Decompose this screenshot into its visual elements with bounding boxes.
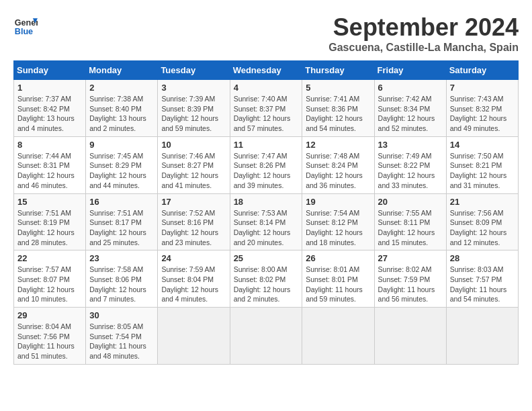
calendar-cell: 3Sunrise: 7:39 AM Sunset: 8:39 PM Daylig… bbox=[158, 80, 230, 137]
day-info: Sunrise: 7:43 AM Sunset: 8:32 PM Dayligh… bbox=[450, 94, 515, 134]
calendar-cell: 19Sunrise: 7:54 AM Sunset: 8:12 PM Dayli… bbox=[302, 193, 374, 250]
calendar-week-2: 8Sunrise: 7:44 AM Sunset: 8:31 PM Daylig… bbox=[14, 136, 519, 193]
day-info: Sunrise: 8:03 AM Sunset: 7:57 PM Dayligh… bbox=[450, 265, 515, 304]
calendar-cell bbox=[374, 308, 446, 365]
calendar-cell: 2Sunrise: 7:38 AM Sunset: 8:40 PM Daylig… bbox=[86, 80, 158, 137]
header-day-friday: Friday bbox=[374, 61, 446, 80]
day-number: 13 bbox=[378, 140, 443, 150]
day-info: Sunrise: 7:58 AM Sunset: 8:06 PM Dayligh… bbox=[89, 265, 154, 304]
calendar-cell: 20Sunrise: 7:55 AM Sunset: 8:11 PM Dayli… bbox=[374, 193, 446, 250]
calendar-cell: 15Sunrise: 7:51 AM Sunset: 8:19 PM Dayli… bbox=[14, 193, 86, 250]
day-info: Sunrise: 7:42 AM Sunset: 8:34 PM Dayligh… bbox=[378, 94, 443, 134]
svg-text:Blue: Blue bbox=[15, 27, 33, 36]
calendar-cell bbox=[158, 308, 230, 365]
header: General Blue September 2024 Gascuena, Ca… bbox=[13, 13, 519, 54]
day-number: 7 bbox=[450, 83, 515, 93]
header-day-tuesday: Tuesday bbox=[158, 61, 230, 80]
day-number: 29 bbox=[17, 310, 82, 320]
day-info: Sunrise: 7:54 AM Sunset: 8:12 PM Dayligh… bbox=[306, 208, 370, 248]
day-number: 11 bbox=[234, 140, 299, 150]
calendar-cell: 18Sunrise: 7:53 AM Sunset: 8:14 PM Dayli… bbox=[230, 193, 302, 250]
day-number: 2 bbox=[89, 83, 154, 93]
calendar-cell: 16Sunrise: 7:51 AM Sunset: 8:17 PM Dayli… bbox=[86, 193, 158, 250]
calendar-cell: 26Sunrise: 8:01 AM Sunset: 8:01 PM Dayli… bbox=[302, 250, 374, 308]
day-info: Sunrise: 7:56 AM Sunset: 8:09 PM Dayligh… bbox=[450, 208, 515, 248]
calendar-cell: 6Sunrise: 7:42 AM Sunset: 8:34 PM Daylig… bbox=[374, 80, 446, 137]
calendar-header-row: SundayMondayTuesdayWednesdayThursdayFrid… bbox=[14, 61, 519, 80]
header-day-saturday: Saturday bbox=[446, 61, 518, 80]
day-info: Sunrise: 7:45 AM Sunset: 8:29 PM Dayligh… bbox=[89, 151, 154, 191]
calendar-cell: 28Sunrise: 8:03 AM Sunset: 7:57 PM Dayli… bbox=[446, 250, 518, 308]
day-number: 27 bbox=[378, 253, 443, 263]
day-number: 3 bbox=[161, 83, 226, 93]
calendar-cell: 7Sunrise: 7:43 AM Sunset: 8:32 PM Daylig… bbox=[446, 80, 518, 137]
calendar-cell: 17Sunrise: 7:52 AM Sunset: 8:16 PM Dayli… bbox=[158, 193, 230, 250]
day-info: Sunrise: 7:46 AM Sunset: 8:27 PM Dayligh… bbox=[161, 151, 226, 191]
day-number: 18 bbox=[234, 197, 299, 207]
calendar-cell: 22Sunrise: 7:57 AM Sunset: 8:07 PM Dayli… bbox=[14, 250, 86, 308]
day-info: Sunrise: 7:44 AM Sunset: 8:31 PM Dayligh… bbox=[17, 151, 82, 191]
day-number: 22 bbox=[17, 253, 82, 263]
calendar-table: SundayMondayTuesdayWednesdayThursdayFrid… bbox=[13, 60, 519, 365]
day-number: 16 bbox=[89, 197, 154, 207]
calendar-cell: 14Sunrise: 7:50 AM Sunset: 8:21 PM Dayli… bbox=[446, 136, 518, 193]
day-number: 9 bbox=[89, 140, 154, 150]
day-number: 15 bbox=[17, 197, 82, 207]
day-number: 19 bbox=[306, 197, 370, 207]
day-number: 30 bbox=[89, 310, 154, 320]
calendar-week-3: 15Sunrise: 7:51 AM Sunset: 8:19 PM Dayli… bbox=[14, 193, 519, 250]
day-info: Sunrise: 7:38 AM Sunset: 8:40 PM Dayligh… bbox=[89, 94, 154, 134]
calendar-cell: 25Sunrise: 8:00 AM Sunset: 8:02 PM Dayli… bbox=[230, 250, 302, 308]
day-info: Sunrise: 7:51 AM Sunset: 8:17 PM Dayligh… bbox=[89, 208, 154, 248]
header-day-thursday: Thursday bbox=[302, 61, 374, 80]
calendar-cell bbox=[446, 308, 518, 365]
day-number: 24 bbox=[161, 253, 226, 263]
location-subtitle: Gascuena, Castille-La Mancha, Spain bbox=[328, 42, 519, 54]
calendar-week-1: 1Sunrise: 7:37 AM Sunset: 8:42 PM Daylig… bbox=[14, 80, 519, 137]
calendar-cell: 12Sunrise: 7:48 AM Sunset: 8:24 PM Dayli… bbox=[302, 136, 374, 193]
day-info: Sunrise: 7:39 AM Sunset: 8:39 PM Dayligh… bbox=[161, 94, 226, 134]
calendar-cell: 30Sunrise: 8:05 AM Sunset: 7:54 PM Dayli… bbox=[86, 308, 158, 365]
day-number: 25 bbox=[234, 253, 299, 263]
calendar-cell: 9Sunrise: 7:45 AM Sunset: 8:29 PM Daylig… bbox=[86, 136, 158, 193]
day-info: Sunrise: 7:41 AM Sunset: 8:36 PM Dayligh… bbox=[306, 94, 370, 134]
calendar-week-4: 22Sunrise: 7:57 AM Sunset: 8:07 PM Dayli… bbox=[14, 250, 519, 308]
title-section: September 2024 Gascuena, Castille-La Man… bbox=[328, 13, 519, 54]
day-number: 21 bbox=[450, 197, 515, 207]
day-number: 10 bbox=[161, 140, 226, 150]
day-info: Sunrise: 7:47 AM Sunset: 8:26 PM Dayligh… bbox=[234, 151, 299, 191]
month-year-title: September 2024 bbox=[328, 13, 519, 42]
calendar-cell: 27Sunrise: 8:02 AM Sunset: 7:59 PM Dayli… bbox=[374, 250, 446, 308]
day-info: Sunrise: 7:55 AM Sunset: 8:11 PM Dayligh… bbox=[378, 208, 443, 248]
day-number: 5 bbox=[306, 83, 370, 93]
calendar-cell: 23Sunrise: 7:58 AM Sunset: 8:06 PM Dayli… bbox=[86, 250, 158, 308]
day-number: 4 bbox=[234, 83, 299, 93]
logo: General Blue bbox=[13, 13, 38, 38]
day-info: Sunrise: 8:00 AM Sunset: 8:02 PM Dayligh… bbox=[234, 265, 299, 304]
day-info: Sunrise: 7:59 AM Sunset: 8:04 PM Dayligh… bbox=[161, 265, 226, 304]
day-info: Sunrise: 7:57 AM Sunset: 8:07 PM Dayligh… bbox=[17, 265, 82, 304]
calendar-cell: 5Sunrise: 7:41 AM Sunset: 8:36 PM Daylig… bbox=[302, 80, 374, 137]
day-info: Sunrise: 8:05 AM Sunset: 7:54 PM Dayligh… bbox=[89, 322, 154, 361]
calendar-cell: 1Sunrise: 7:37 AM Sunset: 8:42 PM Daylig… bbox=[14, 80, 86, 137]
day-number: 26 bbox=[306, 253, 370, 263]
day-info: Sunrise: 8:01 AM Sunset: 8:01 PM Dayligh… bbox=[306, 265, 370, 304]
day-number: 8 bbox=[17, 140, 82, 150]
day-number: 20 bbox=[378, 197, 443, 207]
calendar-cell bbox=[302, 308, 374, 365]
calendar-cell: 4Sunrise: 7:40 AM Sunset: 8:37 PM Daylig… bbox=[230, 80, 302, 137]
day-info: Sunrise: 8:02 AM Sunset: 7:59 PM Dayligh… bbox=[378, 265, 443, 304]
day-info: Sunrise: 8:04 AM Sunset: 7:56 PM Dayligh… bbox=[17, 322, 82, 361]
header-day-sunday: Sunday bbox=[14, 61, 86, 80]
day-number: 1 bbox=[17, 83, 82, 93]
calendar-cell: 29Sunrise: 8:04 AM Sunset: 7:56 PM Dayli… bbox=[14, 308, 86, 365]
calendar-cell: 13Sunrise: 7:49 AM Sunset: 8:22 PM Dayli… bbox=[374, 136, 446, 193]
calendar-cell: 21Sunrise: 7:56 AM Sunset: 8:09 PM Dayli… bbox=[446, 193, 518, 250]
calendar-cell: 24Sunrise: 7:59 AM Sunset: 8:04 PM Dayli… bbox=[158, 250, 230, 308]
day-number: 17 bbox=[161, 197, 226, 207]
day-info: Sunrise: 7:37 AM Sunset: 8:42 PM Dayligh… bbox=[17, 94, 82, 134]
day-number: 12 bbox=[306, 140, 370, 150]
day-info: Sunrise: 7:48 AM Sunset: 8:24 PM Dayligh… bbox=[306, 151, 370, 191]
calendar-cell: 8Sunrise: 7:44 AM Sunset: 8:31 PM Daylig… bbox=[14, 136, 86, 193]
day-number: 14 bbox=[450, 140, 515, 150]
